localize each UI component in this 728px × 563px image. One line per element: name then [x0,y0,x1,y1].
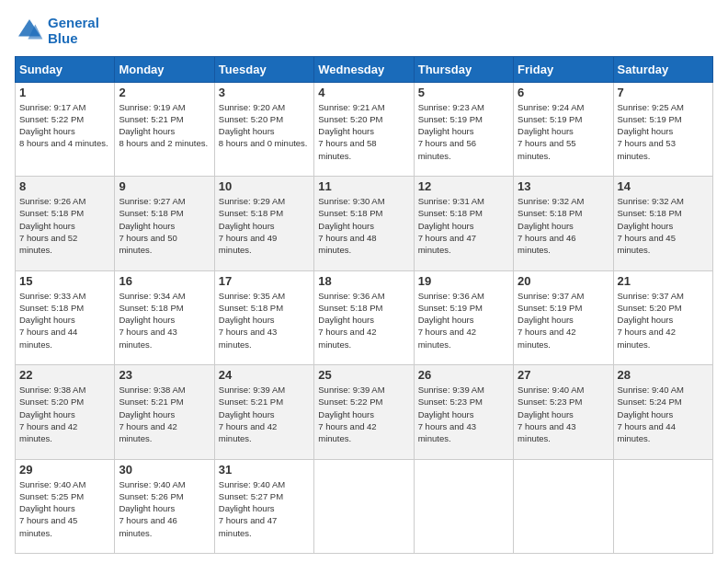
calendar-cell: 13Sunrise: 9:32 AMSunset: 5:18 PMDayligh… [514,177,613,271]
calendar-cell: 17Sunrise: 9:35 AMSunset: 5:18 PMDayligh… [214,270,313,365]
calendar-cell: 3Sunrise: 9:20 AMSunset: 5:20 PMDaylight… [214,82,313,177]
calendar-cell: 31Sunrise: 9:40 AMSunset: 5:27 PMDayligh… [214,459,313,554]
calendar-cell [414,459,513,554]
calendar-cell: 1Sunrise: 9:17 AMSunset: 5:22 PMDaylight… [16,82,115,177]
calendar-cell: 22Sunrise: 9:38 AMSunset: 5:20 PMDayligh… [16,365,115,460]
calendar-cell: 2Sunrise: 9:19 AMSunset: 5:21 PMDaylight… [115,82,214,177]
logo-subtext: Blue [48,30,99,46]
day-number: 27 [518,368,609,382]
day-info: Sunrise: 9:38 AMSunset: 5:20 PMDaylight … [19,384,110,444]
day-info: Sunrise: 9:40 AMSunset: 5:23 PMDaylight … [518,384,609,444]
logo-text: General [48,15,99,30]
day-number: 28 [618,368,709,382]
day-number: 7 [618,86,709,99]
day-number: 1 [19,86,110,99]
calendar-cell: 19Sunrise: 9:36 AMSunset: 5:19 PMDayligh… [414,270,513,365]
header: General Blue [15,15,713,47]
calendar-cell: 30Sunrise: 9:40 AMSunset: 5:26 PMDayligh… [115,459,214,554]
col-header-tuesday: Tuesday [214,56,313,82]
day-info: Sunrise: 9:40 AMSunset: 5:27 PMDaylight … [219,478,310,539]
day-number: 25 [318,368,409,382]
day-info: Sunrise: 9:29 AMSunset: 5:18 PMDaylight … [219,195,310,256]
calendar-table: SundayMondayTuesdayWednesdayThursdayFrid… [15,56,713,555]
day-info: Sunrise: 9:35 AMSunset: 5:18 PMDaylight … [219,290,310,350]
day-number: 20 [518,274,609,288]
calendar-cell: 26Sunrise: 9:39 AMSunset: 5:23 PMDayligh… [414,365,513,460]
calendar-cell: 7Sunrise: 9:25 AMSunset: 5:19 PMDaylight… [613,82,712,177]
day-number: 23 [119,368,210,382]
day-number: 30 [119,463,210,477]
calendar-cell: 27Sunrise: 9:40 AMSunset: 5:23 PMDayligh… [514,365,613,460]
col-header-monday: Monday [115,56,214,82]
day-number: 17 [219,274,310,288]
calendar-cell: 4Sunrise: 9:21 AMSunset: 5:20 PMDaylight… [314,82,414,177]
day-info: Sunrise: 9:19 AMSunset: 5:21 PMDaylight … [119,101,210,150]
col-header-sunday: Sunday [16,56,115,82]
calendar-cell [314,459,414,554]
day-number: 21 [618,274,709,288]
calendar-cell: 12Sunrise: 9:31 AMSunset: 5:18 PMDayligh… [414,177,513,271]
day-number: 26 [418,368,509,382]
calendar-cell: 24Sunrise: 9:39 AMSunset: 5:21 PMDayligh… [214,365,313,460]
calendar-cell: 5Sunrise: 9:23 AMSunset: 5:19 PMDaylight… [414,82,513,177]
calendar-cell: 25Sunrise: 9:39 AMSunset: 5:22 PMDayligh… [314,365,414,460]
day-number: 9 [119,179,210,193]
calendar-cell: 21Sunrise: 9:37 AMSunset: 5:20 PMDayligh… [613,270,712,365]
calendar-cell [514,459,613,554]
calendar-cell [613,459,712,554]
calendar-cell: 18Sunrise: 9:36 AMSunset: 5:18 PMDayligh… [314,270,414,365]
day-number: 18 [318,274,409,288]
day-number: 2 [119,86,210,99]
logo-icon [15,16,44,45]
day-info: Sunrise: 9:34 AMSunset: 5:18 PMDaylight … [119,290,210,350]
calendar-cell: 15Sunrise: 9:33 AMSunset: 5:18 PMDayligh… [16,270,115,365]
day-number: 5 [418,86,509,99]
day-info: Sunrise: 9:25 AMSunset: 5:19 PMDaylight … [618,101,709,162]
calendar-cell: 14Sunrise: 9:32 AMSunset: 5:18 PMDayligh… [613,177,712,271]
calendar-cell: 10Sunrise: 9:29 AMSunset: 5:18 PMDayligh… [214,177,313,271]
day-info: Sunrise: 9:30 AMSunset: 5:18 PMDaylight … [318,195,409,256]
calendar-cell: 28Sunrise: 9:40 AMSunset: 5:24 PMDayligh… [613,365,712,460]
day-number: 6 [518,86,609,99]
day-info: Sunrise: 9:32 AMSunset: 5:18 PMDaylight … [618,195,709,256]
day-number: 15 [19,274,110,288]
day-info: Sunrise: 9:39 AMSunset: 5:22 PMDaylight … [318,384,409,444]
day-info: Sunrise: 9:38 AMSunset: 5:21 PMDaylight … [119,384,210,444]
col-header-thursday: Thursday [414,56,513,82]
calendar-cell: 11Sunrise: 9:30 AMSunset: 5:18 PMDayligh… [314,177,414,271]
day-info: Sunrise: 9:39 AMSunset: 5:21 PMDaylight … [219,384,310,444]
day-info: Sunrise: 9:39 AMSunset: 5:23 PMDaylight … [418,384,509,444]
col-header-saturday: Saturday [613,56,712,82]
calendar-cell: 8Sunrise: 9:26 AMSunset: 5:18 PMDaylight… [16,177,115,271]
day-number: 31 [219,463,310,477]
logo: General Blue [15,15,99,47]
day-number: 8 [19,179,110,193]
day-info: Sunrise: 9:37 AMSunset: 5:20 PMDaylight … [618,290,709,350]
col-header-wednesday: Wednesday [314,56,414,82]
day-number: 29 [19,463,110,477]
day-info: Sunrise: 9:36 AMSunset: 5:19 PMDaylight … [418,290,509,350]
page-container: General Blue SundayMondayTuesdayWednesda… [0,0,728,563]
day-info: Sunrise: 9:40 AMSunset: 5:24 PMDaylight … [618,384,709,444]
day-number: 13 [518,179,609,193]
day-number: 4 [318,86,409,99]
day-number: 12 [418,179,509,193]
day-number: 16 [119,274,210,288]
day-info: Sunrise: 9:24 AMSunset: 5:19 PMDaylight … [518,101,609,162]
day-info: Sunrise: 9:26 AMSunset: 5:18 PMDaylight … [19,195,110,256]
day-info: Sunrise: 9:36 AMSunset: 5:18 PMDaylight … [318,290,409,350]
day-number: 22 [19,368,110,382]
day-info: Sunrise: 9:32 AMSunset: 5:18 PMDaylight … [518,195,609,256]
calendar-cell: 20Sunrise: 9:37 AMSunset: 5:19 PMDayligh… [514,270,613,365]
day-number: 19 [418,274,509,288]
calendar-cell: 23Sunrise: 9:38 AMSunset: 5:21 PMDayligh… [115,365,214,460]
day-number: 24 [219,368,310,382]
day-number: 3 [219,86,310,99]
day-number: 14 [618,179,709,193]
day-info: Sunrise: 9:37 AMSunset: 5:19 PMDaylight … [518,290,609,350]
day-info: Sunrise: 9:33 AMSunset: 5:18 PMDaylight … [19,290,110,350]
day-info: Sunrise: 9:20 AMSunset: 5:20 PMDaylight … [219,101,310,150]
col-header-friday: Friday [514,56,613,82]
day-info: Sunrise: 9:27 AMSunset: 5:18 PMDaylight … [119,195,210,256]
calendar-cell: 6Sunrise: 9:24 AMSunset: 5:19 PMDaylight… [514,82,613,177]
